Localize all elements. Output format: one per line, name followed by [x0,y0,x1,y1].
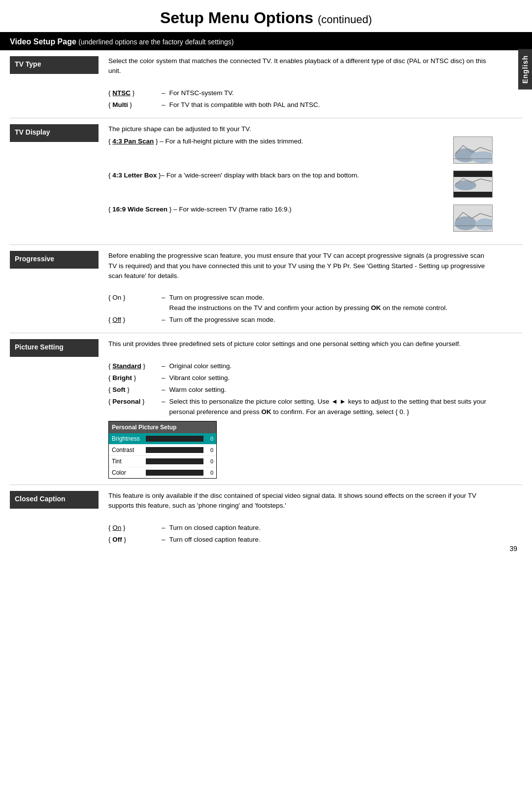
widescreen-text: { 16:9 Wide Screen } – For wide-screen T… [108,205,447,214]
tv-type-label: TV Type [10,56,99,74]
letter-box-thumb [453,171,493,198]
pan-scan-text: { 4:3 Pan Scan } – For a full-height pic… [108,137,447,146]
closed-caption-intro: This feature is only available if the di… [108,491,493,511]
tv-type-ntsc: { NTSC } – For NTSC-system TV. [108,88,493,98]
pan-scan-img [453,137,493,167]
brightness-bar [146,436,203,442]
tv-display-intro: The picture shape can be adjusted to fit… [108,124,493,134]
side-tab: English [518,49,532,90]
tv-display-content: The picture shape can be adjusted to fit… [108,124,522,239]
content-area: TV Type Select the color system that mat… [0,50,532,562]
page-header: Setup Menu Options (continued) [0,0,532,34]
tv-type-content: Select the color system that matches the… [108,56,522,112]
contrast-bar [146,447,203,453]
tv-type-multi: { Multi } – For TV that is compatible wi… [108,100,493,110]
brightness-value: 0 [205,435,213,443]
personal-setup-box: Personal Picture Setup Brightness 0 Cont… [108,421,217,479]
continued-text: (continued) [318,13,372,26]
soft-desc: Warm color setting. [169,385,227,395]
picture-setting-label: Picture Setting [10,339,99,357]
tint-label: Tint [112,457,144,466]
color-bar [146,470,203,476]
soft-key: { Soft } [108,385,158,395]
page-title: Setup Menu Options (continued) [10,9,522,27]
caption-off: { Off } – Turn off closed caption featur… [108,535,493,545]
bright-item: { Bright } – Vibrant color setting. [108,373,493,383]
video-setup-header: Video Setup Page (underlined options are… [0,34,532,50]
caption-on-key: { On } [108,523,158,533]
letter-box-text: { 4:3 Letter Box }– For a 'wide-screen' … [108,171,447,180]
tv-display-label: TV Display [10,124,99,142]
page-number: 39 [509,545,517,553]
on-key: { On } [108,293,158,313]
on-dash: – [162,293,166,313]
setup-row-color: Color 0 [109,467,216,478]
svg-point-12 [455,216,476,230]
caption-off-key: { Off } [108,535,158,545]
personal-item: { Personal } – Select this to personaliz… [108,397,493,417]
caption-on-desc: Turn on closed caption feature. [169,523,261,533]
bright-key: { Bright } [108,373,158,383]
multi-dash: – [162,100,166,110]
page-container: English Setup Menu Options (continued) V… [0,0,532,562]
standard-desc: Original color setting. [169,361,232,371]
progressive-off: { Off } – Turn off the progressive scan … [108,315,493,325]
progressive-on: { On } – Turn on progressive scan mode.R… [108,293,493,313]
caption-on: { On } – Turn on closed caption feature. [108,523,493,533]
pan-scan-item: { 4:3 Pan Scan } – For a full-height pic… [108,137,493,167]
off-dash: – [162,315,166,325]
standard-item: { Standard } – Original color setting. [108,361,493,371]
ntsc-key: { NTSC } [108,88,158,98]
setup-row-tint: Tint 0 [109,456,216,467]
video-setup-subtitle: (underlined options are the factory defa… [78,38,233,46]
personal-desc: Select this to personalize the picture c… [169,397,493,417]
widescreen-item: { 16:9 Wide Screen } – For wide-screen T… [108,205,493,235]
color-label: Color [112,468,144,477]
multi-desc: For TV that is compatible with both PAL … [169,100,320,110]
multi-key: { Multi } [108,100,158,110]
contrast-label: Contrast [112,446,144,454]
setup-row-contrast: Contrast 0 [109,445,216,456]
svg-rect-6 [454,171,492,177]
tv-type-row: TV Type Select the color system that mat… [10,50,522,118]
widescreen-img [453,205,493,235]
on-desc: Turn on progressive scan mode.Read the i… [169,293,448,313]
tint-bar [146,458,203,464]
picture-setting-content: This unit provides three predefined sets… [108,339,522,479]
tv-display-row: TV Display The picture shape can be adju… [10,118,522,245]
off-desc: Turn off the progressive scan mode. [169,315,275,325]
contrast-value: 0 [205,446,213,454]
widescreen-thumb [453,205,493,232]
picture-setting-row: Picture Setting This unit provides three… [10,333,522,485]
ntsc-desc: For NTSC-system TV. [169,88,234,98]
closed-caption-content: This feature is only available if the di… [108,491,522,547]
brightness-label: Brightness [112,434,144,443]
pan-scan-thumb [453,137,493,164]
caption-off-desc: Turn off closed caption feature. [169,535,261,545]
progressive-row: Progressive Before enabling the progress… [10,245,522,333]
progressive-content: Before enabling the progressive scan fea… [108,251,522,327]
off-key: { Off } [108,315,158,325]
picture-setting-intro: This unit provides three predefined sets… [108,339,493,349]
letter-box-img [453,171,493,201]
progressive-intro: Before enabling the progressive scan fea… [108,251,493,281]
tint-value: 0 [205,457,213,466]
setup-row-brightness: Brightness 0 [109,433,216,445]
personal-key: { Personal } [108,397,158,417]
tv-type-intro: Select the color system that matches the… [108,56,493,76]
standard-key: { Standard } [108,361,158,371]
progressive-label: Progressive [10,251,99,269]
closed-caption-label: Closed Caption [10,491,99,509]
bright-desc: Vibrant color setting. [169,373,230,383]
personal-setup-title: Personal Picture Setup [109,421,216,433]
soft-item: { Soft } – Warm color setting. [108,385,493,395]
ntsc-dash: – [162,88,166,98]
closed-caption-row: Closed Caption This feature is only avai… [10,485,522,553]
svg-rect-7 [454,192,492,197]
video-setup-title: Video Setup Page [10,37,76,46]
letter-box-item: { 4:3 Letter Box }– For a 'wide-screen' … [108,171,493,201]
color-value: 0 [205,469,213,477]
title-text: Setup Menu Options [160,9,313,27]
